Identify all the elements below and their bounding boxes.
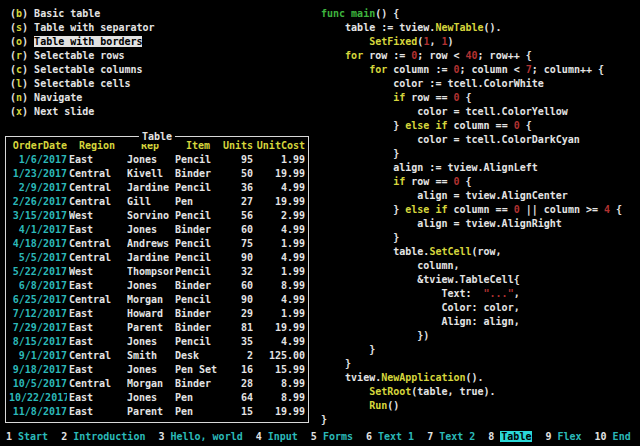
table-cell: East (69, 223, 125, 237)
table-row: 6/8/2017EastJonesBinder608.99 (9, 279, 305, 293)
code-line: color = tcell.ColorYellow (321, 105, 622, 119)
code-token: Run (369, 400, 387, 411)
table-cell: 8/15/2017 (9, 335, 67, 349)
table-cell: 1.99 (255, 265, 305, 279)
menu-item-r[interactable]: (r) Selectable rows (10, 49, 155, 63)
table-cell: 6/25/2017 (9, 293, 67, 307)
paren-close: ) (22, 22, 34, 33)
code-token: Text: (321, 288, 484, 299)
statusbar-slide-2[interactable]: 2Introduction (61, 430, 145, 444)
table-row: 6/25/2017CentralMorganPencil904.99 (9, 293, 305, 307)
code-token: }) (321, 330, 429, 341)
code-line: Run() (321, 399, 622, 413)
code-line: align = tview.AlignCenter (321, 189, 622, 203)
code-token: (table, true). (411, 386, 495, 397)
table-cell: 75 (223, 237, 253, 251)
slide-number: 3 (158, 431, 164, 442)
code-token: table := tview. (321, 22, 435, 33)
table-cell: Thompson (127, 265, 173, 279)
table-cell: 19.99 (255, 405, 305, 419)
code-line: } (321, 147, 622, 161)
table-cell: 56 (223, 209, 253, 223)
table-cell: East (69, 391, 125, 405)
code-token (321, 64, 369, 75)
code-token: align = tview.AlignRight (321, 218, 562, 229)
menu-item-n[interactable]: (n) Navigate (10, 91, 155, 105)
code-line: align = tview.AlignRight (321, 217, 622, 231)
statusbar-slide-7[interactable]: 7Text 2 (427, 430, 475, 444)
statusbar-slide-9[interactable]: 9Flex (545, 430, 581, 444)
table-cell: 95 (223, 153, 253, 167)
code-token: color = tcell.ColorDarkCyan (321, 134, 580, 145)
statusbar-slide-5[interactable]: 5Forms (311, 430, 353, 444)
code-token: ) (447, 36, 453, 47)
table-cell: 8.99 (255, 391, 305, 405)
table-cell: 3/15/2017 (9, 209, 67, 223)
code-line: } else if column == 0 || column >= 4 { (321, 203, 622, 217)
code-token: } (321, 232, 399, 243)
table-cell: East (69, 153, 125, 167)
table-row: 7/29/2017EastParentBinder8119.99 (9, 321, 305, 335)
table-cell: 6/8/2017 (9, 279, 67, 293)
table-cell: 8.99 (255, 377, 305, 391)
code-token (321, 386, 369, 397)
table-cell: Binder (175, 321, 221, 335)
code-line: SetRoot(table, true). (321, 385, 622, 399)
table-row: 9/18/2017EastJonesPen Set1615.99 (9, 363, 305, 377)
table-cell: Central (69, 167, 125, 181)
menu-item-x[interactable]: (x) Next slide (10, 105, 155, 119)
menu-item-l[interactable]: (l) Selectable cells (10, 77, 155, 91)
code-line: table.SetCell(row, (321, 245, 622, 259)
table-cell: East (69, 279, 125, 293)
code-line: if row == 0 { (321, 175, 622, 189)
code-token: tview. (321, 372, 381, 383)
table-cell: 16 (223, 363, 253, 377)
menu-item-label: Table with separator (34, 22, 154, 33)
menu-item-o[interactable]: (o) Table with borders (10, 35, 155, 49)
statusbar-slide-8[interactable]: 8Table (488, 430, 532, 444)
table-row: 10/22/2017EastJonesPen648.99 (9, 391, 305, 405)
table-row: 2/9/2017CentralJardinePencil364.99 (9, 181, 305, 195)
table-cell: 4/18/2017 (9, 237, 67, 251)
code-token: else if (405, 204, 447, 215)
code-token (321, 36, 369, 47)
table-cell: Binder (175, 307, 221, 321)
code-token: || column >= (520, 204, 604, 215)
table-cell: 8.99 (255, 279, 305, 293)
code-token: Color: color, (321, 302, 520, 313)
statusbar-slide-4[interactable]: 4Input (256, 430, 298, 444)
table-cell: 15 (223, 405, 253, 419)
code-token: NewApplication (381, 372, 465, 383)
table-cell: 125.00 (255, 349, 305, 363)
table-row: 4/1/2017EastJonesBinder604.99 (9, 223, 305, 237)
table-cell: 11/8/2017 (9, 405, 67, 419)
code-line: } (321, 343, 622, 357)
code-line: Color: color, (321, 301, 622, 315)
slide-number: 5 (311, 431, 317, 442)
statusbar-slide-3[interactable]: 3Hello, world (158, 430, 242, 444)
menu-item-c[interactable]: (c) Selectable columns (10, 63, 155, 77)
table-cell: Howard (127, 307, 173, 321)
code-token: ; column < (460, 64, 526, 75)
table-cell: 36 (223, 181, 253, 195)
slide-label: Hello, world (170, 431, 242, 442)
code-token: &tview.TableCell{ (321, 274, 520, 285)
code-token: () (387, 400, 399, 411)
table-cell: 64 (223, 391, 253, 405)
statusbar-slide-10[interactable]: 10End (595, 430, 631, 444)
code-token: align := tview.AlignLeft (321, 162, 538, 173)
code-token: ; row < (417, 50, 465, 61)
menu-item-s[interactable]: (s) Table with separator (10, 21, 155, 35)
menu-item-label: Selectable columns (34, 64, 142, 75)
table-cell: Binder (175, 223, 221, 237)
statusbar-slide-6[interactable]: 6Text 1 (366, 430, 414, 444)
paren-close: ) (22, 64, 34, 75)
code-line: if row == 0 { (321, 91, 622, 105)
code-line: } (321, 413, 622, 427)
table-row: 5/22/2017WestThompsonPencil321.99 (9, 265, 305, 279)
statusbar-slide-1[interactable]: 1Start (6, 430, 48, 444)
table-row: 11/8/2017EastParentPen1519.99 (9, 405, 305, 419)
table-cell: 19.99 (255, 321, 305, 335)
code-token: column, (321, 260, 459, 271)
menu-item-b[interactable]: (b) Basic table (10, 7, 155, 21)
